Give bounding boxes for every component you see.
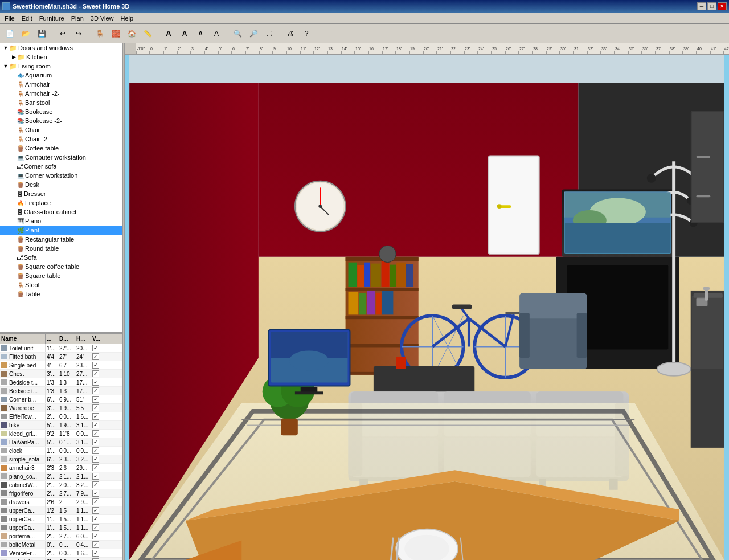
tb-add-furniture[interactable]: 🪑 [92,26,107,41]
tb-add-room[interactable]: 🏠 [124,26,139,41]
visibility-checkbox[interactable]: ✓ [92,439,99,445]
col-header-name[interactable]: Name [0,334,46,344]
tb-redo[interactable]: ↪ [71,26,86,41]
visibility-checkbox[interactable]: ✓ [92,490,99,497]
tree-item-cornerws[interactable]: 💻 Corner workstation [0,171,122,180]
table-row[interactable]: simple_sofa 6'... 2'3... 3'2... ✓ [0,455,122,464]
tree-item-desk[interactable]: 🪵 Desk [0,180,122,189]
tree-item-coffeetable[interactable]: 🪵 Coffee table [0,144,122,153]
tree-item-kitchen[interactable]: ▶ 📁 Kitchen [0,52,122,62]
menu-furniture[interactable]: Furniture [36,14,68,23]
table-row[interactable]: drawers 2'6 2' 2'9... ✓ [0,498,122,506]
visibility-checkbox[interactable]: ✓ [92,387,99,394]
tree-item-armchair[interactable]: 🪑 Armchair [0,80,122,89]
minimize-button[interactable]: ─ [697,2,706,10]
table-row[interactable]: Bedside t... 1'3 1'3 17... ✓ [0,387,122,395]
col-header-dots[interactable]: ... [46,334,58,344]
menu-file[interactable]: File [1,14,18,23]
visibility-checkbox[interactable]: ✓ [92,516,99,522]
tree-item-dresser[interactable]: 🗄 Dresser [0,189,122,198]
tree-item-table[interactable]: 🪵 Table [0,289,122,299]
table-row[interactable]: Toilet unit 1'... 27'... 20... ✓ [0,344,122,353]
tree-item-livingroom[interactable]: ▼ 📁 Living room [0,62,122,71]
tree-item-aquarium[interactable]: 🐟 Aquarium [0,71,122,80]
tb-text-A2[interactable]: A [177,26,192,41]
table-row[interactable]: frigorifero 2'... 2'7... 7'9... ✓ [0,489,122,498]
tb-zoom-fit[interactable]: ⛶ [262,26,277,41]
tree-item-stool[interactable]: 🪑 Stool [0,280,122,289]
table-row[interactable]: piano_co... 2'... 2'1... 2'1... ✓ [0,472,122,481]
tb-help[interactable]: ? [299,26,314,41]
tree-item-armchair2[interactable]: 🪑 Armchair -2- [0,89,122,98]
visibility-checkbox[interactable]: ✓ [92,370,99,377]
table-row[interactable]: Fitted bath 4'4 27' 24' ✓ [0,353,122,361]
tree-item-barstool[interactable]: 🪑 Bar stool [0,98,122,107]
visibility-checkbox[interactable]: ✓ [92,379,99,386]
table-row[interactable]: upperCa... 1'2 1'5 1'1... ✓ [0,506,122,515]
tb-text-A3[interactable]: A [193,26,208,41]
visibility-checkbox[interactable]: ✓ [92,353,99,360]
visibility-checkbox[interactable]: ✓ [92,498,99,505]
table-row[interactable]: assietteV... 0'... 0'8... 0'... ✓ [0,558,122,560]
tree-item-sqtable[interactable]: 🪵 Square table [0,271,122,280]
table-row[interactable]: EiffelTow... 2'... 0'0... 1'6... ✓ [0,412,122,421]
maximize-button[interactable]: □ [707,2,716,10]
visibility-checkbox[interactable]: ✓ [92,456,99,463]
3d-view[interactable] [125,55,729,560]
table-row[interactable]: HaiVanPa... 5'... 0'1... 3'1... ✓ [0,438,122,447]
table-row[interactable]: kleed_gri... 9'2 11'8 0'0... ✓ [0,430,122,438]
visibility-checkbox[interactable]: ✓ [92,345,99,351]
tree-item-fireplace[interactable]: 🔥 Fireplace [0,198,122,207]
table-row[interactable]: VeniceFr... 2'... 0'0... 1'6... ✓ [0,549,122,558]
tb-print[interactable]: 🖨 [283,26,298,41]
visibility-checkbox[interactable]: ✓ [92,473,99,480]
tree-item-cornersofa[interactable]: 🛋 Corner sofa [0,162,122,171]
visibility-checkbox[interactable]: ✓ [92,541,99,548]
tree-item-recttable[interactable]: 🪵 Rectangular table [0,235,122,244]
properties-table[interactable]: Name ... D... H... V... Toilet unit 1'..… [0,334,122,560]
visibility-checkbox[interactable]: ✓ [92,447,99,454]
col-header-v[interactable]: V... [91,334,101,344]
visibility-checkbox[interactable]: ✓ [92,550,99,557]
table-row[interactable]: Wardrobe 3'... 1'9... 5'5 ✓ [0,404,122,412]
tree-item-doors[interactable]: ▼ 📁 Doors and windows [0,43,122,52]
col-header-h[interactable]: H... [75,334,91,344]
visibility-checkbox[interactable]: ✓ [92,422,99,428]
tree-view[interactable]: ▼ 📁 Doors and windows ▶ 📁 Kitchen ▼ 📁 Li… [0,43,122,334]
visibility-checkbox[interactable]: ✓ [92,430,99,437]
col-header-d[interactable]: D... [58,334,75,344]
tree-item-roundtable[interactable]: 🪵 Round table [0,244,122,253]
visibility-checkbox[interactable]: ✓ [92,413,99,420]
table-row[interactable]: Single bed 4' 6'7 23... ✓ [0,361,122,370]
visibility-checkbox[interactable]: ✓ [92,481,99,488]
tb-text-A4[interactable]: A [209,26,224,41]
table-row[interactable]: bike 5'... 1'9... 3'1... ✓ [0,421,122,430]
tree-item-compws[interactable]: 💻 Computer workstation [0,153,122,162]
tb-text-A1[interactable]: A [161,26,176,41]
tb-new[interactable]: 📄 [2,26,17,41]
tb-save[interactable]: 💾 [34,26,49,41]
menu-plan[interactable]: Plan [68,14,87,23]
table-row[interactable]: portema... 2'... 2'7... 6'0... ✓ [0,532,122,541]
table-row[interactable]: armchair3 2'3 2'6 29... ✓ [0,464,122,472]
visibility-checkbox[interactable]: ✓ [92,507,99,514]
table-row[interactable]: clock 1'... 0'0... 0'0... ✓ [0,447,122,455]
tb-open[interactable]: 📂 [18,26,33,41]
tb-undo[interactable]: ↩ [55,26,70,41]
tb-add-wall[interactable]: 🧱 [108,26,123,41]
close-button[interactable]: ✕ [718,2,727,10]
tb-zoom-out[interactable]: 🔎 [246,26,261,41]
tree-item-sqcoffee[interactable]: 🪵 Square coffee table [0,262,122,271]
table-row[interactable]: Chest 3'... 1'10 27... ✓ [0,370,122,378]
visibility-checkbox[interactable]: ✓ [92,533,99,539]
tree-item-glassdoor[interactable]: 🗄 Glass-door cabinet [0,207,122,216]
tree-item-plant[interactable]: 🌿 Plant [0,226,122,235]
tree-item-piano[interactable]: 🎹 Piano [0,216,122,226]
tree-item-bookcase[interactable]: 📚 Bookcase [0,107,122,116]
table-row[interactable]: Corner b... 6'... 6'9... 51' ✓ [0,395,122,404]
menu-edit[interactable]: Edit [18,14,36,23]
table-row[interactable]: cabinetW... 2'... 2'0... 3'2... ✓ [0,481,122,489]
visibility-checkbox[interactable]: ✓ [92,396,99,403]
tree-item-chair[interactable]: 🪑 Chair [0,125,122,134]
menu-help[interactable]: Help [117,14,137,23]
